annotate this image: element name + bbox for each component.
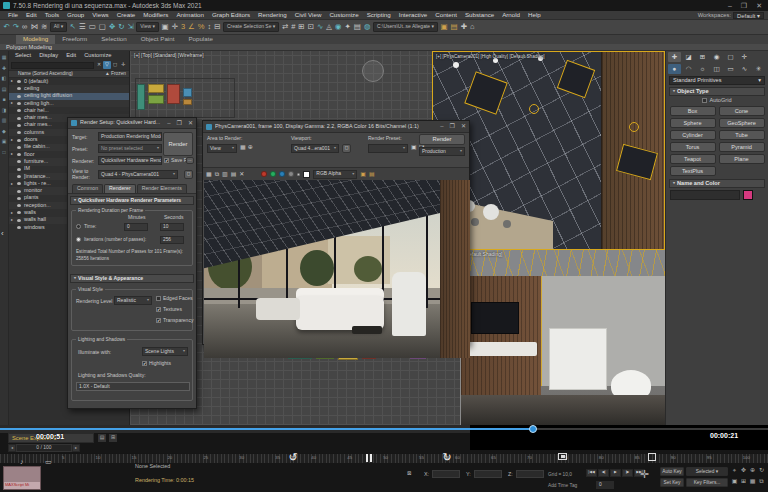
illuminate-dropdown[interactable]: Scene Lights▾ [142,347,188,356]
forward-30-button[interactable]: ↻ 30 [440,452,454,463]
toolbar-icon[interactable]: ◍ [362,23,372,31]
time-radio[interactable] [76,224,81,229]
playback-button[interactable]: |◀◀ [586,469,597,477]
left-strip-icon[interactable]: ◆ [2,129,6,135]
rfw-tool-icon[interactable]: ▤ [369,171,375,178]
red-channel-icon[interactable] [261,171,267,177]
visibility-icon[interactable] [17,190,21,193]
menu-item[interactable]: Interactive [395,12,432,19]
toolbar-icon[interactable]: ⇄ [280,23,289,31]
quality-field[interactable]: 1.0X - Default [76,382,190,391]
blue-channel-icon[interactable] [279,171,285,177]
visibility-icon[interactable] [17,131,21,134]
viewport-nav-icon[interactable]: ▦ [748,478,757,485]
left-strip-icon[interactable]: ◨ [2,108,7,114]
rfw-titlebar[interactable]: PhysCamera001, frame 100, Display Gamma:… [203,121,469,133]
x-coord-field[interactable] [432,470,460,478]
visibility-icon[interactable] [17,139,21,142]
expand-arrow-icon[interactable]: ▸ [11,211,16,215]
visibility-icon[interactable] [17,117,21,120]
primitive-button[interactable]: Pyramid [719,142,765,152]
rendered-image[interactable] [204,180,470,358]
minimize-icon[interactable]: – [167,120,170,127]
toolbar-icon[interactable]: ⊞ [297,23,306,31]
primitive-button[interactable]: Box [670,106,716,116]
expand-arrow-icon[interactable]: ▸ [11,79,16,83]
viewport-nav-icon[interactable]: ✥ [739,467,748,474]
object-type-rollout[interactable]: Object Type [669,87,765,96]
selection-lock-icon[interactable]: ⊠ [407,471,412,477]
pan-crosshair-icon[interactable]: ✛ [640,468,649,480]
command-panel-tab-icon[interactable]: ◉ [710,52,723,62]
tab-render-elements[interactable]: Render Elements [137,184,187,193]
visibility-icon[interactable] [17,87,21,90]
left-strip-icon[interactable]: ▣ [2,139,7,145]
left-strip-icon[interactable]: □ [2,150,5,156]
explorer-menu-item[interactable]: Display [39,52,58,58]
lock-icon[interactable]: ◻ [184,170,193,179]
visibility-icon[interactable] [17,124,21,127]
left-strip-icon[interactable]: ▥ [2,118,7,124]
visibility-icon[interactable] [17,146,21,149]
rfw-render-button[interactable]: Render [419,134,465,145]
toolbar-icon[interactable]: ≋ [39,23,48,31]
toolbar-icon[interactable]: ⇲ [126,23,135,31]
menu-item[interactable]: Customize [325,12,362,19]
time-minutes-spinner[interactable]: 0 [124,223,148,231]
green-channel-icon[interactable] [270,171,276,177]
visibility-icon[interactable] [17,204,21,207]
viewport-nav-icon[interactable]: ▣ [730,478,739,485]
menu-item[interactable]: Graph Editors [208,12,254,19]
tab-object-paint[interactable]: Object Paint [134,35,182,44]
toolbar-icon[interactable]: View ▾ [136,22,159,32]
command-panel-tab-icon[interactable]: ✚ [668,52,681,62]
viewport-dropdown[interactable]: Quad 4...era001▾ [291,144,339,153]
style-rollout[interactable]: Visual Style & Appearance [70,274,194,283]
playback-button[interactable]: ▶ [610,469,621,477]
visibility-icon[interactable] [17,160,21,163]
toolbar-icon[interactable]: Create Selection Se ▾ [223,22,279,32]
toolbar-icon[interactable]: ▣ [160,23,170,31]
explorer-row[interactable]: ceiling light diffusion [9,93,129,100]
z-coord-field[interactable] [516,470,544,478]
create-category-icon[interactable]: ◠ [682,64,695,74]
frozen-column-header[interactable]: Frozen [111,71,126,76]
next-frame-button[interactable]: ▸ [72,444,80,452]
primitive-button[interactable]: Sphere [670,118,716,128]
channel-display-dropdown[interactable]: RGB Alpha▾ [313,170,357,179]
expand-arrow-icon[interactable]: ▸ [11,138,16,142]
toolbar-icon[interactable]: 3 [179,23,186,31]
toolbar-icon[interactable]: ⋈ [29,23,40,31]
render-button[interactable]: Render [163,132,193,156]
create-category-icon[interactable]: ▭ [724,64,737,74]
target-dropdown[interactable]: Production Rendering Mode▾ [98,132,162,141]
y-coord-field[interactable] [474,470,502,478]
viewport-perspective[interactable] [460,250,665,425]
menu-item[interactable]: Rendering [254,12,291,19]
visibility-icon[interactable] [17,182,21,185]
visibility-icon[interactable] [17,211,21,214]
display-track-icon[interactable]: ▭ [45,458,52,466]
rfw-area-icon[interactable]: ▦ [240,144,246,151]
lock-icon[interactable]: ◻ [342,144,351,153]
explorer-search-icon[interactable]: ✕ [95,61,103,69]
create-category-icon[interactable]: ✳ [752,64,765,74]
maximize-icon[interactable]: ❐ [741,2,747,10]
expand-arrow-icon[interactable]: ▸ [11,101,16,105]
rfw-tool-icon[interactable]: ▥ [222,171,228,178]
current-frame-field[interactable]: 0 [596,481,614,489]
toolbar-icon[interactable]: ✛ [170,23,179,31]
pip-icon[interactable] [558,453,567,460]
create-category-icon[interactable]: ☼ [696,64,709,74]
mono-channel-icon[interactable] [297,173,300,176]
primitive-button[interactable]: Torus [670,142,716,152]
panel-collapse-icon[interactable]: ‹ [1,230,4,239]
menu-item[interactable]: File [4,12,22,19]
object-name-field[interactable] [670,190,740,200]
rfw-tool-icon[interactable]: ✕ [239,171,244,178]
close-icon[interactable]: ✕ [188,120,193,127]
visibility-icon[interactable] [17,219,21,222]
render-preset-dropdown[interactable]: ▾ [368,144,408,153]
rfw-tool-icon[interactable]: ⧉ [215,171,219,178]
fullscreen-icon[interactable] [648,453,656,461]
